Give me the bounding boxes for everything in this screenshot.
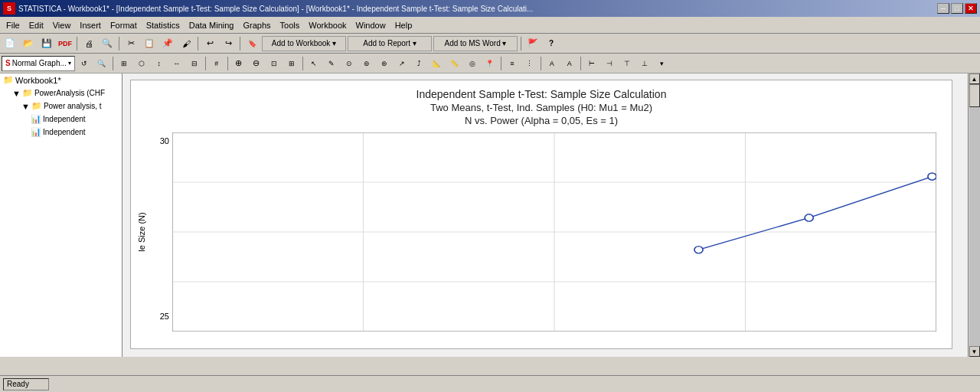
status-text: Ready (3, 378, 49, 390)
open-button[interactable]: 📂 (20, 36, 37, 51)
folder-icon2: 📁 (22, 88, 33, 98)
graph-type-dropdown[interactable]: S Normal Graph... ▾ (2, 56, 75, 71)
tb2-font2[interactable]: A (561, 56, 578, 71)
tb2-more3[interactable]: ⊤ (619, 56, 635, 71)
tree-poweranalysis[interactable]: ▼ 📁 PowerAnalysis (CHF (0, 87, 122, 100)
chart-icon2: 📊 (31, 127, 41, 137)
tb2-editnode[interactable]: ✎ (323, 56, 340, 71)
menu-window[interactable]: Window (351, 19, 390, 31)
tb2-node1[interactable]: ⊙ (341, 56, 358, 71)
tb2-tools5[interactable]: ◎ (464, 56, 481, 71)
app-icon: S (3, 2, 15, 15)
tb2-grid[interactable]: # (208, 56, 225, 71)
sep-t2-4 (302, 57, 303, 70)
tb2-btn2[interactable]: 🔍 (93, 56, 110, 71)
add-msword-dropdown[interactable]: Add to MS Word ▾ (433, 36, 518, 51)
new-button[interactable]: 📄 (2, 36, 18, 51)
tb2-more2[interactable]: ⊣ (601, 56, 618, 71)
add-workbook-dropdown[interactable]: Add to Workbook ▾ (262, 36, 346, 51)
copy-button[interactable]: 📋 (141, 36, 158, 51)
menu-tools[interactable]: Tools (276, 19, 305, 31)
menu-graphs[interactable]: Graphs (238, 19, 275, 31)
sep-t2-5 (501, 57, 501, 70)
y-axis-ticks: 30 25 (148, 132, 169, 332)
menu-datamining[interactable]: Data Mining (185, 19, 239, 31)
tb2-tools1[interactable]: ↗ (394, 56, 410, 71)
scroll-down-button[interactable]: ▼ (969, 346, 980, 357)
sidebar: 📁 Workbook1* ▼ 📁 PowerAnalysis (CHF ▼ 📁 … (0, 74, 122, 357)
svg-point-13 (805, 214, 813, 221)
title-bar: S STATISTICA - Workbook1* - [Independent… (0, 0, 980, 17)
save-button[interactable]: 💾 (38, 36, 55, 51)
menu-help[interactable]: Help (390, 19, 417, 31)
scroll-thumb[interactable] (969, 84, 980, 107)
tb2-more5[interactable]: ▾ (654, 56, 671, 71)
tb2-tools6[interactable]: 📍 (482, 56, 498, 71)
tb2-btn7[interactable]: ⊟ (186, 56, 203, 71)
flag-button[interactable]: 🚩 (524, 36, 541, 51)
sep2 (119, 37, 119, 51)
tree-workbook[interactable]: 📁 Workbook1* (0, 74, 122, 87)
add-report-dropdown[interactable]: Add to Report ▾ (348, 36, 432, 51)
sep1 (77, 37, 77, 51)
folder-open-icon: ▼ (12, 89, 21, 98)
tb2-font1[interactable]: A (544, 56, 560, 71)
sep-t2-3 (227, 57, 228, 70)
menu-file[interactable]: File (2, 19, 24, 31)
print-button[interactable]: 🖨 (80, 36, 97, 51)
tb2-zoom-fit[interactable]: ⊡ (266, 56, 283, 71)
cut-button[interactable]: ✂ (122, 36, 139, 51)
tb2-more1[interactable]: ⊢ (583, 56, 600, 71)
tb2-btn4[interactable]: ⬡ (133, 56, 150, 71)
scroll-track[interactable] (969, 84, 980, 346)
tb2-tools4[interactable]: 📏 (446, 56, 463, 71)
tb2-btn6[interactable]: ↔ (168, 56, 185, 71)
scroll-up-button[interactable]: ▲ (969, 74, 980, 84)
tb2-zoom-in[interactable]: ⊕ (230, 56, 247, 71)
tb2-zoom-out[interactable]: ⊖ (248, 56, 265, 71)
menu-view[interactable]: View (48, 19, 76, 31)
paste-button[interactable]: 📌 (159, 36, 176, 51)
tree-independent1[interactable]: 📊 Independent (0, 113, 122, 126)
graph-title-line3: N vs. Power (Alpha = 0,05, Es = 1) (131, 115, 952, 126)
title-bar-text: STATISTICA - Workbook1* - [Independent S… (18, 5, 533, 13)
bookmark-button[interactable]: 🔖 (243, 36, 260, 51)
sep4 (240, 37, 240, 51)
graph-title-line2: Two Means, t-Test, Ind. Samples (H0: Mu1… (131, 102, 952, 113)
menu-statistics[interactable]: Statistics (142, 19, 185, 31)
sep-t2-7 (580, 57, 581, 70)
tb2-node3[interactable]: ⊛ (376, 56, 393, 71)
undo-button[interactable]: ↩ (201, 36, 218, 51)
tb2-tools3[interactable]: 📐 (429, 56, 446, 71)
tree-independent2[interactable]: 📊 Independent (0, 126, 122, 139)
tb2-arrow[interactable]: ↖ (305, 56, 322, 71)
tb2-btn1[interactable]: ↺ (76, 56, 93, 71)
tb2-align2[interactable]: ⋮ (521, 56, 538, 71)
print-preview-button[interactable]: 🔍 (99, 36, 116, 51)
close-button[interactable]: ✕ (965, 3, 977, 14)
redo-button[interactable]: ↪ (220, 36, 237, 51)
menu-workbook[interactable]: Workbook (304, 19, 351, 31)
chart-icon1: 📊 (31, 114, 41, 124)
help-button[interactable]: ? (543, 36, 560, 51)
maximize-button[interactable]: □ (951, 3, 963, 14)
format-painter[interactable]: 🖌 (178, 36, 194, 51)
tb2-tools2[interactable]: ⤴ (411, 56, 428, 71)
tb2-more4[interactable]: ⊥ (636, 56, 653, 71)
minimize-button[interactable]: ─ (937, 3, 949, 14)
tb2-node2[interactable]: ⊚ (358, 56, 375, 71)
tb2-align1[interactable]: ≡ (504, 56, 521, 71)
tb2-btn5[interactable]: ↕ (151, 56, 168, 71)
pdf-button[interactable]: PDF (57, 36, 74, 51)
sep-t2-1 (113, 57, 113, 70)
chart-area: le Size (N) 30 25 (172, 132, 936, 332)
tb2-zoom-full[interactable]: ⊞ (283, 56, 300, 71)
menu-insert[interactable]: Insert (75, 19, 106, 31)
menu-edit[interactable]: Edit (24, 19, 48, 31)
tree-poweranalysis2[interactable]: ▼ 📁 Power analysis, t (0, 100, 122, 113)
menu-format[interactable]: Format (106, 19, 142, 31)
tb2-btn3[interactable]: ⊞ (116, 56, 132, 71)
sep5 (521, 37, 521, 51)
chart-svg (172, 132, 936, 332)
title-bar-buttons: ─ □ ✕ (937, 3, 977, 14)
